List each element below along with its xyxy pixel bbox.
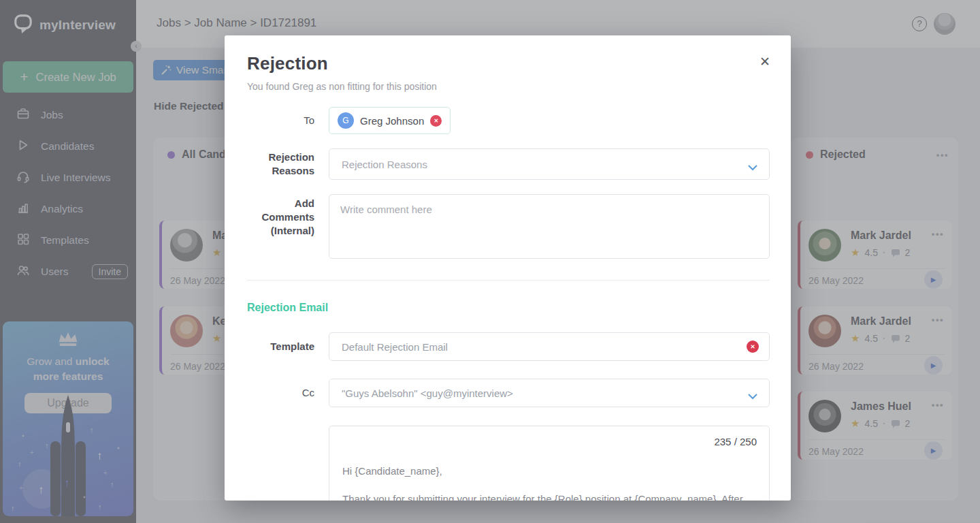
template-value: Default Rejection Email: [342, 341, 448, 353]
email-paragraph: Thank you for submitting your interview …: [342, 492, 757, 501]
rejection-reasons-placeholder: Rejection Reasons: [342, 159, 427, 170]
add-comments-row: Add Comments(Internal): [247, 194, 770, 259]
comments-textarea[interactable]: [329, 194, 770, 259]
rejection-reasons-select[interactable]: Rejection Reasons: [329, 148, 770, 180]
rejection-email-section-title: Rejection Email: [247, 302, 328, 314]
email-body-label-spacer: [247, 426, 314, 501]
to-label: To: [247, 107, 314, 134]
modal-title: Rejection: [247, 53, 328, 74]
remove-recipient-icon[interactable]: [430, 115, 442, 127]
close-icon[interactable]: ✕: [760, 54, 770, 69]
section-divider: [247, 280, 770, 281]
recipient-initial-avatar: G: [338, 112, 354, 129]
recipient-chip: G Greg Johnson: [329, 107, 451, 134]
chevron-down-icon: [748, 390, 757, 402]
template-row: Template Default Rejection Email: [247, 332, 770, 361]
chevron-down-icon: [748, 161, 757, 173]
recipient-name: Greg Johnson: [360, 115, 424, 127]
add-comments-label: Add Comments(Internal): [247, 194, 314, 259]
rejection-reasons-row: RejectionReasons Rejection Reasons: [247, 148, 770, 180]
rejection-reasons-label: RejectionReasons: [247, 148, 314, 180]
email-greeting: Hi {Candidate_name},: [342, 465, 757, 477]
to-row: To G Greg Johnson: [247, 107, 770, 134]
modal-subtitle: You found Greg as non fitting for this p…: [247, 81, 437, 92]
email-body-row: 235 / 250 Hi {Candidate_name}, Thank you…: [247, 426, 770, 501]
clear-template-icon[interactable]: [747, 340, 759, 353]
email-body-editor[interactable]: 235 / 250 Hi {Candidate_name}, Thank you…: [329, 426, 770, 501]
cc-value: "Guys Abelsohn" <guy@myinterview>: [342, 387, 513, 399]
cc-select[interactable]: "Guys Abelsohn" <guy@myinterview>: [329, 379, 770, 407]
rejection-modal: Rejection ✕ You found Greg as non fittin…: [225, 35, 791, 501]
template-label: Template: [247, 332, 314, 361]
cc-row: Cc "Guys Abelsohn" <guy@myinterview>: [247, 379, 770, 407]
character-counter: 235 / 250: [342, 436, 757, 447]
cc-label: Cc: [247, 379, 314, 407]
template-input[interactable]: Default Rejection Email: [329, 332, 770, 361]
